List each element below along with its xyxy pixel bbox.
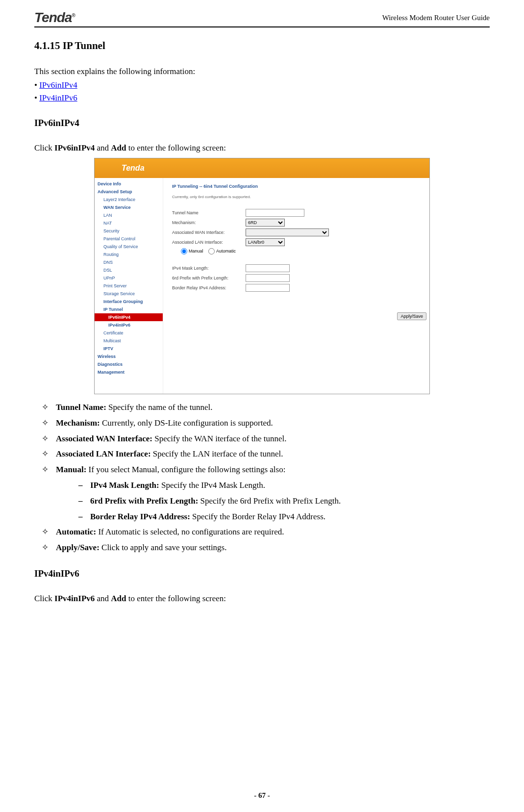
intro-text: This section explains the following info… bbox=[34, 67, 490, 76]
diamond-icon: ✧ bbox=[34, 464, 56, 476]
diamond-icon: ✧ bbox=[34, 542, 56, 554]
nav-layer2[interactable]: Layer2 Interface bbox=[95, 196, 163, 203]
select-assoc-lan[interactable]: LAN/br0 bbox=[246, 238, 285, 246]
dash-icon: – bbox=[78, 480, 90, 491]
bullet-automatic: ✧ Automatic: If Automatic is selected, n… bbox=[34, 526, 490, 538]
bullet-tunnel-name: ✧ Tunnel Name: Specify the name of the t… bbox=[34, 402, 490, 413]
click-instruction-2: Click IPv4inIPv6 and Add to enter the fo… bbox=[34, 594, 490, 604]
nav-multicast[interactable]: Multicast bbox=[95, 337, 163, 345]
nav-management[interactable]: Management bbox=[95, 368, 163, 376]
subheading-ipv6inipv4: IPv6inIPv4 bbox=[34, 118, 490, 128]
input-tunnel-name[interactable] bbox=[246, 209, 304, 217]
nav-qos[interactable]: Quality of Service bbox=[95, 243, 163, 251]
sub-bullet-ipv4-mask: – IPv4 Mask Length: Specify the IPv4 Mas… bbox=[34, 480, 490, 491]
nav-iface-group[interactable]: Interface Grouping bbox=[95, 298, 163, 305]
diamond-icon: ✧ bbox=[34, 448, 56, 460]
label-assoc-wan: Associated WAN Interface: bbox=[172, 230, 246, 235]
label-automatic: Automatic bbox=[216, 249, 236, 254]
nav-parental[interactable]: Parental Control bbox=[95, 235, 163, 243]
nav-storage[interactable]: Storage Service bbox=[95, 290, 163, 298]
section-heading: 4.1.15 IP Tunnel bbox=[34, 40, 490, 52]
nav-print-server[interactable]: Print Server bbox=[95, 282, 163, 290]
diamond-icon: ✧ bbox=[34, 526, 56, 538]
nav-advanced-setup[interactable]: Advanced Setup bbox=[95, 188, 163, 196]
content-note: Currently, only 6rd configuration is sup… bbox=[172, 195, 421, 199]
nav-ipv4inipv6[interactable]: IPv4inIPv6 bbox=[95, 321, 163, 329]
link-item-ipv6inipv4: • IPv6inIPv4 bbox=[34, 80, 490, 90]
input-6rd-prefix[interactable] bbox=[246, 274, 290, 282]
nav-wireless[interactable]: Wireless bbox=[95, 353, 163, 360]
link-item-ipv4inipv6: • IPv4inIPv6 bbox=[34, 93, 490, 103]
nav-security[interactable]: Security bbox=[95, 227, 163, 235]
sub-bullet-border-relay: – Border Relay IPv4 Address: Specify the… bbox=[34, 511, 490, 523]
select-mechanism[interactable]: 6RD bbox=[246, 219, 285, 227]
nav-certificate[interactable]: Certificate bbox=[95, 329, 163, 337]
page-header: Tenda® Wireless Modem Router User Guide bbox=[34, 10, 490, 27]
label-assoc-lan: Associated LAN Interface: bbox=[172, 240, 246, 245]
link-ipv6inipv4[interactable]: IPv6inIPv4 bbox=[39, 80, 77, 90]
screenshot-header: Tenda bbox=[95, 158, 429, 178]
radio-manual[interactable] bbox=[181, 248, 187, 254]
sub-bullet-6rd-prefix: – 6rd Prefix with Prefix Length: Specify… bbox=[34, 495, 490, 507]
bullet-assoc-wan: ✧ Associated WAN Interface: Specify the … bbox=[34, 433, 490, 445]
nav-wan-service[interactable]: WAN Service bbox=[95, 203, 163, 211]
select-assoc-wan[interactable] bbox=[246, 228, 329, 236]
click-instruction-1: Click IPv6inIPv4 and Add to enter the fo… bbox=[34, 143, 490, 153]
content-title: IP Tunneling -- 6in4 Tunnel Configuratio… bbox=[172, 184, 421, 189]
nav-lan[interactable]: LAN bbox=[95, 211, 163, 219]
label-6rd-prefix: 6rd Prefix with Prefix Length: bbox=[172, 276, 246, 280]
nav-iptv[interactable]: IPTV bbox=[95, 345, 163, 353]
input-border-relay[interactable] bbox=[246, 284, 290, 292]
bullet-manual: ✧ Manual: If you select Manual, configur… bbox=[34, 464, 490, 476]
bullet-list-1: ✧ Tunnel Name: Specify the name of the t… bbox=[34, 402, 490, 554]
radio-row: Manual Automatic bbox=[172, 248, 421, 254]
diamond-icon: ✧ bbox=[34, 402, 56, 413]
nav-device-info[interactable]: Device Info bbox=[95, 180, 163, 188]
label-tunnel-name: Tunnel Name bbox=[172, 210, 246, 215]
label-border-relay: Border Relay IPv4 Address: bbox=[172, 285, 246, 290]
tenda-logo: Tenda® bbox=[34, 10, 75, 25]
nav-routing[interactable]: Routing bbox=[95, 251, 163, 258]
nav-dsl[interactable]: DSL bbox=[95, 266, 163, 274]
nav-ipv6inipv4[interactable]: IPv6inIPv4 bbox=[95, 313, 163, 321]
dash-icon: – bbox=[78, 511, 90, 523]
dash-icon: – bbox=[78, 495, 90, 507]
bullet-apply-save: ✧ Apply/Save: Click to apply and save yo… bbox=[34, 542, 490, 554]
link-ipv4inipv6[interactable]: IPv4inIPv6 bbox=[39, 93, 77, 102]
bullet-assoc-lan: ✧ Associated LAN Interface: Specify the … bbox=[34, 448, 490, 460]
label-manual: Manual bbox=[189, 249, 203, 254]
page-number: - 67 - bbox=[0, 791, 524, 800]
nav-nat[interactable]: NAT bbox=[95, 219, 163, 227]
diamond-icon: ✧ bbox=[34, 433, 56, 445]
subheading-ipv4inipv6: IPv4inIPv6 bbox=[34, 568, 490, 579]
input-ipv4-mask[interactable] bbox=[246, 264, 290, 272]
screenshot-sidebar: Device Info Advanced Setup Layer2 Interf… bbox=[95, 178, 163, 394]
nav-upnp[interactable]: UPnP bbox=[95, 274, 163, 282]
apply-save-button[interactable]: Apply/Save bbox=[397, 312, 426, 320]
screenshot-logo: Tenda bbox=[122, 164, 145, 173]
screenshot-ipv6inipv4: Tenda Device Info Advanced Setup Layer2 … bbox=[94, 158, 430, 394]
label-ipv4-mask: IPv4 Mask Length: bbox=[172, 266, 246, 271]
label-mechanism: Mechanism: bbox=[172, 220, 246, 225]
diamond-icon: ✧ bbox=[34, 417, 56, 429]
nav-dns[interactable]: DNS bbox=[95, 258, 163, 266]
nav-diagnostics[interactable]: Diagnostics bbox=[95, 360, 163, 368]
nav-ip-tunnel[interactable]: IP Tunnel bbox=[95, 305, 163, 313]
bullet-mechanism: ✧ Mechanism: Currently, only DS-Lite con… bbox=[34, 417, 490, 429]
document-title: Wireless Modem Router User Guide bbox=[382, 14, 490, 22]
radio-automatic[interactable] bbox=[208, 248, 215, 254]
screenshot-content: IP Tunneling -- 6in4 Tunnel Configuratio… bbox=[163, 178, 429, 394]
